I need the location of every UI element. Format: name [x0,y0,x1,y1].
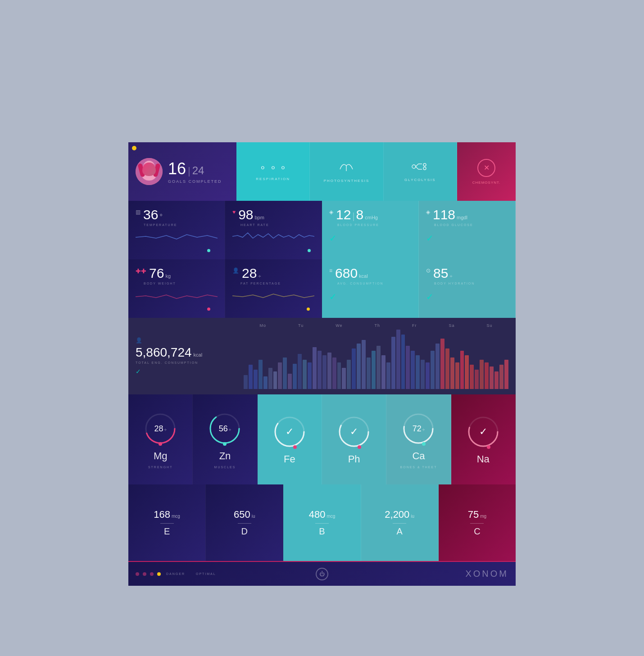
vitamin-a-divider [393,523,406,524]
temperature-icon: ▥ [136,209,141,215]
vitamin-b-amount: 480 mcg [309,509,336,520]
energy-value: 5,860,724 kcal [136,345,229,360]
vitamin-a-amount: 2,200 iu [385,509,414,520]
glucose-icon: ◈ [426,209,430,215]
body-weight-label: BODY WEIGHT [144,282,218,285]
consumption-header: ≡ 680 kcal [329,266,411,281]
ca-value: 72 ÷ [413,424,425,433]
goals-main: 16 [168,159,186,178]
danger-dot-3 [150,572,154,576]
cell-fat-percentage: 👤 28 ÷ FAT PERCENTAGE [225,259,322,318]
cell-vitamin-b: 480 mcg B [283,484,361,561]
power-icon[interactable]: ⏻ [316,568,328,580]
ca-label: BONES & THEET [400,466,437,469]
energy-label: TOTAL ENG. CONSUMPTION [136,361,229,364]
bar-item [504,360,508,389]
danger-dot-1 [136,572,139,576]
day-we: We [336,323,342,328]
glycolysis-cell: GLYCOLYSIS [384,142,457,201]
hydration-number: 85 [433,266,448,281]
weight-icon: ✚✚ [136,267,146,275]
person-icon: 👤 [232,267,239,274]
hydration-label: BODY HYDRATION [434,282,508,285]
bar-item [455,362,459,389]
fe-dot [293,445,297,449]
blood-glucose-value: 118 mgdl [433,207,467,222]
bar-item [342,368,346,389]
temperature-label: TEMPERATURE [144,223,218,226]
bar-item [494,371,499,389]
danger-dot-2 [143,572,146,576]
consumption-graph: ✓ [329,287,411,314]
vitamin-e-amount: 168 mcg [154,509,180,520]
process-cells: ⚬ ⚬ ⚬ RESPIRATION PHOTOSYNTHESIS [236,142,457,201]
vitamin-d-divider [238,523,251,524]
bar-item [431,351,435,389]
hydration-graph: ✓ [426,287,508,314]
bar-item [411,351,415,389]
cell-ph: ✓ Ph [322,394,386,484]
bar-item [435,344,440,389]
fe-check: ✓ [286,426,294,438]
svg-point-8 [412,165,416,168]
glucose-unit: mgdl [457,215,467,220]
ca-name: Ca [412,450,425,462]
cell-vitamin-c: 75 mg C [439,484,516,561]
respiration-cell: ⚬ ⚬ ⚬ RESPIRATION [236,142,310,201]
blood-pressure-header: ◈ 12 | 8 cmHg [329,207,411,222]
cell-body-weight: ✚✚ 76 kg BODY WEIGHT [128,259,225,318]
consumption-unit: kcal [359,273,368,279]
photosynthesis-icon [338,160,354,175]
bar-item [485,362,489,389]
bar-item [317,351,322,389]
day-mo: Mo [259,323,266,328]
row-footer: DANGER OPTIMAL ⏻ XONOM [128,561,516,586]
body-weight-graph [136,287,218,314]
profile-stats: 16 | 24 GOALS COMPLETED [168,159,222,184]
cell-chart: Mo Tu We Th Fr Sa Su [236,318,516,394]
cell-vitamin-e: 168 mcg E [128,484,206,561]
cell-mg: 28 ÷ Mg STRENGHT [128,394,193,484]
bp-sys: 12 [336,207,351,222]
zn-gauge: 56 ÷ [207,411,243,447]
hydration-header: ⊙ 85 ÷ [426,266,508,281]
bar-item [278,362,282,389]
blood-glucose-graph: ✓ [426,228,508,256]
hydration-value: 85 ÷ [433,266,452,281]
bar-item [327,353,331,389]
cell-blood-glucose: ◈ 118 mgdl BLOOD GLUCOSE ✓ [419,201,516,259]
weight-unit: kg [165,273,171,279]
fat-graph [232,287,314,314]
photosynthesis-label: PHOTOSYNTHESIS [324,179,370,183]
blood-pressure-value: 12 | 8 cmHg [336,207,378,222]
ph-name: Ph [348,453,360,465]
blood-glucose-header: ◈ 118 mgdl [426,207,508,222]
bar-item [352,348,356,389]
fe-name: Fe [284,453,295,465]
svg-point-7 [151,167,154,170]
vitamin-b-name: B [319,526,325,537]
ph-check: ✓ [350,426,358,438]
zn-name: Zn [219,450,231,462]
status-dot [132,146,136,150]
bar-item [303,360,307,389]
bar-item [450,357,454,389]
fe-gauge: ✓ [272,414,308,450]
goals-number: 16 | 24 [168,159,222,178]
footer-power[interactable]: ⏻ [260,568,384,580]
goals-total: 24 [192,164,204,177]
bar-item [460,351,464,389]
bar-item [445,348,449,389]
vitamin-c-divider [470,523,484,524]
chemo-icon: ✕ [477,159,495,177]
photosynthesis-cell: PHOTOSYNTHESIS [310,142,383,201]
fat-header: 👤 28 ÷ [232,266,314,281]
cell-ca: 72 ÷ Ca BONES & THEET [386,394,451,484]
bar-item [470,365,474,389]
bar-item [288,374,292,389]
bar-item [268,368,272,389]
goals-label: GOALS COMPLETED [168,179,222,184]
body-weight-value: 76 kg [149,266,171,281]
day-su: Su [486,323,492,328]
bar-item [273,371,277,389]
